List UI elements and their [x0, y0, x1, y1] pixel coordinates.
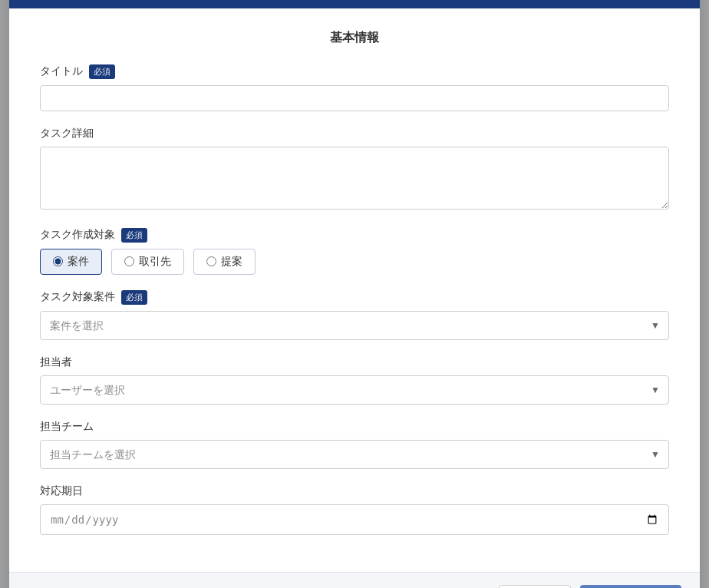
section-title: 基本情報 [40, 30, 669, 46]
date-label: 対応期日 [40, 484, 669, 498]
team-label: 担当チーム [40, 420, 669, 434]
case-required-badge: 必須 [121, 290, 147, 305]
radio-label-client: 取引先 [139, 255, 171, 269]
radio-option-client[interactable]: 取引先 [111, 249, 184, 275]
detail-label: タスク詳細 [40, 127, 669, 140]
radio-group: 案件 取引先 提案 [40, 249, 669, 275]
team-select[interactable]: 担当チームを選択 [40, 440, 669, 469]
assignee-group: 担当者 ユーザーを選択 ▼ [40, 355, 669, 405]
modal-footer: Cancel タスクを追加 [9, 572, 700, 589]
cancel-button[interactable]: Cancel [499, 585, 571, 589]
modal-header: タスクを追加 × [9, 0, 700, 8]
assignee-select-wrapper: ユーザーを選択 ▼ [40, 375, 669, 405]
case-select-group: タスク対象案件 必須 案件を選択 ▼ [40, 290, 669, 340]
modal-body: 基本情報 タイトル 必須 タスク詳細 タスク作成対象 必須 [9, 8, 700, 572]
radio-input-proposal[interactable] [206, 256, 216, 266]
detail-group: タスク詳細 [40, 127, 669, 213]
team-group: 担当チーム 担当チームを選択 ▼ [40, 420, 669, 469]
radio-label-proposal: 提案 [221, 255, 242, 269]
modal-dialog: タスクを追加 × 基本情報 タイトル 必須 タスク詳細 タスク作成対象 必須 [9, 0, 700, 588]
detail-textarea[interactable] [40, 147, 669, 210]
title-input[interactable] [40, 85, 669, 111]
radio-label-case: 案件 [68, 255, 89, 269]
radio-option-proposal[interactable]: 提案 [193, 249, 256, 275]
date-group: 対応期日 [40, 484, 669, 535]
date-input[interactable] [40, 504, 669, 535]
radio-input-client[interactable] [124, 256, 134, 266]
assignee-label: 担当者 [40, 355, 669, 369]
title-group: タイトル 必須 [40, 64, 669, 111]
submit-button[interactable]: タスクを追加 [580, 585, 681, 589]
target-required-badge: 必須 [121, 228, 147, 243]
target-group: タスク作成対象 必須 案件 取引先 提案 [40, 228, 669, 275]
target-label: タスク作成対象 必須 [40, 228, 669, 243]
case-select[interactable]: 案件を選択 [40, 311, 669, 340]
radio-option-case[interactable]: 案件 [40, 249, 102, 275]
assignee-select[interactable]: ユーザーを選択 [40, 375, 669, 405]
case-select-label: タスク対象案件 必須 [40, 290, 669, 305]
title-required-badge: 必須 [89, 64, 115, 79]
title-label: タイトル 必須 [40, 64, 669, 79]
case-select-wrapper: 案件を選択 ▼ [40, 311, 669, 340]
team-select-wrapper: 担当チームを選択 ▼ [40, 440, 669, 469]
radio-input-case[interactable] [53, 256, 63, 266]
